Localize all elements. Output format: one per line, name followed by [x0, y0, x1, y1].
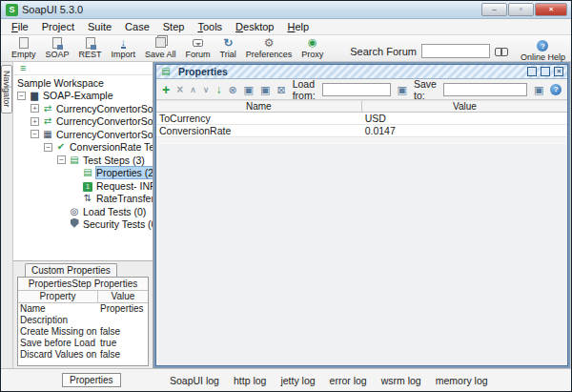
- tree-item-soap-interface[interactable]: + ⇄ CurrencyConvertorSoap: [13, 102, 153, 115]
- collapse-icon[interactable]: −: [57, 155, 66, 164]
- collapse-icon[interactable]: −: [17, 92, 26, 100]
- main-toolbar: Empty SOAP REST ↓ Import Save All Forum …: [1, 35, 571, 62]
- tab-error-log[interactable]: error log: [330, 375, 367, 386]
- expand-icon[interactable]: +: [31, 117, 39, 126]
- window-title: SoapUI 5.3.0: [22, 4, 83, 15]
- column-header-name[interactable]: Name: [156, 101, 362, 112]
- column-header-property[interactable]: Property: [18, 291, 98, 302]
- table-row[interactable]: Name Properties: [18, 303, 148, 315]
- tree-item-security-tests[interactable]: Security Tests (0): [13, 218, 153, 232]
- tree-item-test-steps[interactable]: − ▤ Test Steps (3): [13, 154, 153, 167]
- preferences-button[interactable]: ⚙ Preferences: [241, 36, 297, 62]
- tab-memory-log[interactable]: memory log: [436, 375, 488, 386]
- save-all-button[interactable]: Save All: [140, 36, 181, 62]
- search-icon[interactable]: [495, 48, 508, 55]
- menu-case[interactable]: Case: [118, 20, 156, 33]
- column-header-value[interactable]: Value: [98, 291, 148, 302]
- forum-icon: [193, 39, 203, 47]
- menu-help[interactable]: Help: [280, 20, 316, 33]
- tree-item-workspace[interactable]: Sample Workspace: [13, 76, 153, 90]
- expand-icon[interactable]: +: [31, 104, 39, 113]
- trial-button[interactable]: ↻ Trial: [215, 36, 241, 62]
- properties-bottom-tab[interactable]: Properties: [62, 373, 121, 387]
- properties-window-titlebar[interactable]: ▤ Properties ×: [156, 65, 567, 79]
- navigator-tab[interactable]: Navigator: [1, 65, 12, 113]
- table-row[interactable]: Create Missing on L... false: [18, 326, 148, 338]
- tree-item-soap12-interface[interactable]: + ⇄ CurrencyConvertorSoap12: [13, 115, 153, 129]
- rest-project-button[interactable]: REST: [74, 36, 107, 62]
- table-row[interactable]: ToCurrency USD: [156, 113, 567, 125]
- save-to-input[interactable]: [443, 83, 527, 96]
- move-up-button[interactable]: ∧: [190, 83, 196, 96]
- menu-project[interactable]: Project: [35, 20, 81, 33]
- load-from-input[interactable]: [322, 83, 391, 96]
- table-row[interactable]: Discard Values on Sa... false: [18, 349, 148, 361]
- properties-window: ▤ Properties × + × ∧ ∨ ↓ ⊗ ▣ ▣: [155, 64, 568, 366]
- menu-desktop[interactable]: Desktop: [229, 20, 280, 33]
- tree-item-properties-step[interactable]: ▤ Properties (2): [13, 167, 153, 180]
- properties-window-title: Properties: [178, 66, 228, 77]
- menu-file[interactable]: File: [5, 20, 35, 33]
- remove-all-button[interactable]: ⊠: [276, 83, 285, 96]
- project-tree: Sample Workspace − ▆ SOAP-Example + ⇄ Cu…: [13, 75, 153, 260]
- move-down-button[interactable]: ∨: [203, 83, 210, 96]
- app-icon: S: [6, 4, 18, 16]
- tree-item-transfer-step[interactable]: ⇅ RateTransfer: [13, 193, 153, 206]
- table-row[interactable]: Description: [18, 315, 148, 326]
- soap-project-button[interactable]: SOAP: [41, 36, 74, 62]
- bottom-bar: Properties SoapUI log http log jetty log…: [1, 368, 571, 391]
- panel-help-icon[interactable]: ?: [550, 84, 562, 95]
- custom-properties-tab[interactable]: Custom Properties: [25, 263, 117, 277]
- tree-item-testcase[interactable]: − ✔ ConversionRate TestCase: [13, 141, 153, 155]
- collapse-icon[interactable]: −: [44, 143, 52, 152]
- search-forum-label: Search Forum: [350, 46, 417, 57]
- empty-doc-icon: [19, 37, 29, 49]
- delete-property-button[interactable]: ×: [176, 83, 183, 96]
- paste-properties-button[interactable]: ▣: [260, 83, 270, 96]
- tree-item-project[interactable]: − ▆ SOAP-Example: [13, 90, 153, 103]
- properties-empty-area: [156, 143, 567, 365]
- tree-menu-icon[interactable]: ≡: [20, 62, 26, 73]
- tab-wsrm-log[interactable]: wsrm log: [381, 375, 421, 386]
- menu-tools[interactable]: Tools: [191, 20, 229, 33]
- testsuite-icon: ▦: [42, 129, 53, 140]
- load-from-browse-icon[interactable]: ▣: [398, 83, 407, 96]
- add-property-button[interactable]: +: [162, 83, 170, 96]
- tree-item-load-tests[interactable]: ◎ Load Tests (0): [13, 205, 153, 218]
- online-help-button[interactable]: ? Online Help: [521, 40, 565, 62]
- empty-project-button[interactable]: Empty: [7, 36, 41, 62]
- menu-suite[interactable]: Suite: [81, 20, 118, 33]
- save-to-browse-icon[interactable]: ▣: [534, 83, 543, 96]
- custom-properties-header: PropertiesStep Properties: [18, 278, 148, 291]
- tab-jetty-log[interactable]: jetty log: [280, 375, 315, 386]
- collapse-icon[interactable]: −: [31, 130, 39, 138]
- proxy-button[interactable]: ◉ Proxy: [296, 36, 328, 62]
- menu-step[interactable]: Step: [156, 20, 192, 33]
- proxy-icon: ◉: [308, 36, 317, 49]
- table-row[interactable]: Save before Load true: [18, 338, 148, 349]
- import-button[interactable]: ↓ Import: [107, 36, 141, 62]
- tab-soapui-log[interactable]: SoapUI log: [170, 375, 219, 386]
- column-header-value[interactable]: Value: [362, 101, 568, 112]
- close-panel-icon[interactable]: ×: [554, 67, 563, 76]
- tree-item-request-step[interactable]: 1 Request- INR to USD: [13, 179, 153, 193]
- forum-button[interactable]: Forum: [181, 36, 215, 62]
- window-controls: – ▫ ×: [481, 3, 568, 16]
- properties-step-icon: ▤: [82, 167, 93, 178]
- gear-icon: ⚙: [264, 36, 275, 50]
- save-all-icon: [155, 37, 166, 48]
- tab-http-log[interactable]: http log: [234, 375, 266, 386]
- table-row[interactable]: ConversionRate 0.0147: [156, 125, 567, 137]
- search-forum-input[interactable]: [421, 44, 490, 58]
- property-transfer-icon: ⇅: [82, 193, 93, 204]
- copy-properties-button[interactable]: ▣: [244, 83, 254, 96]
- unfloat-icon[interactable]: [527, 67, 537, 76]
- clear-properties-button[interactable]: ⊗: [228, 83, 236, 96]
- close-button[interactable]: ×: [535, 3, 567, 16]
- content-area: Navigator ≡ Sample Workspace − ▆ SOAP-Ex…: [1, 62, 571, 368]
- maximize-panel-icon[interactable]: [541, 67, 550, 76]
- tree-item-testsuite[interactable]: − ▦ CurrencyConvertorSoap TestSuite: [13, 128, 153, 141]
- sort-properties-button[interactable]: ↓: [215, 83, 221, 96]
- minimize-button[interactable]: –: [481, 3, 507, 16]
- maximize-button[interactable]: ▫: [508, 3, 534, 16]
